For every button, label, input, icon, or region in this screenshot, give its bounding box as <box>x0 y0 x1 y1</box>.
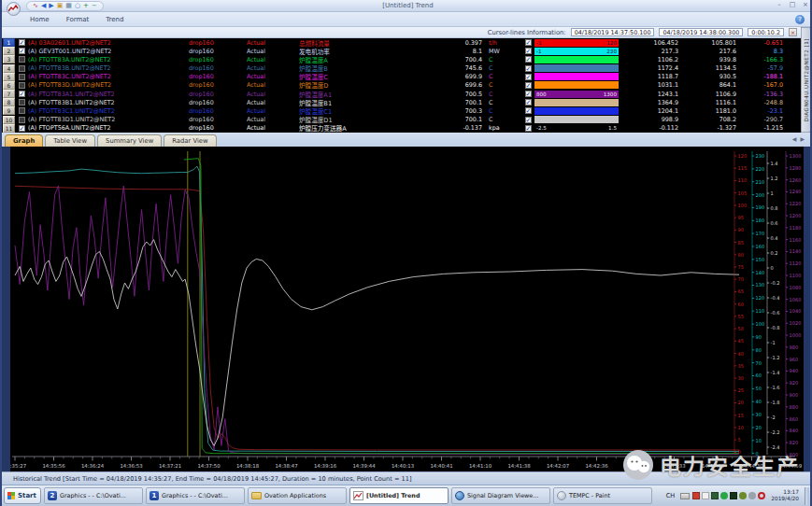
grid-icon[interactable]: ▦ <box>65 3 72 9</box>
signal-row[interactable]: 11✓(A) FTOPT56A.UNIT2@NET2drop160Actual炉… <box>3 124 801 133</box>
plot-checkbox[interactable]: ✓ <box>521 125 534 132</box>
tab-radar-view[interactable]: Radar View <box>164 134 216 147</box>
sparkline-icon[interactable]: ~ <box>92 3 97 9</box>
cursor-close-icon[interactable]: × <box>789 28 797 36</box>
plot-checkbox[interactable]: ✓ <box>521 117 534 123</box>
checkbox-icon[interactable] <box>19 117 25 123</box>
scale-bar[interactable] <box>534 107 619 115</box>
plot-checkbox[interactable]: ✓ <box>521 56 534 63</box>
row-checkbox[interactable] <box>15 99 28 105</box>
menu-trend[interactable]: Trend <box>106 16 123 23</box>
row-checkbox[interactable] <box>15 107 28 114</box>
add-icon[interactable]: + <box>83 3 89 9</box>
taskbar-button[interactable]: 1Graphics - - C:\Ovati... <box>146 487 245 504</box>
checkbox-icon[interactable]: ✓ <box>19 48 25 54</box>
scale-bar[interactable] <box>534 73 619 80</box>
scale-bar[interactable] <box>534 116 619 123</box>
row-checkbox[interactable] <box>15 74 28 80</box>
taskbar-button[interactable]: 2Graphics - - C:\Ovati... <box>44 487 143 504</box>
row-number[interactable]: 2 <box>3 47 15 55</box>
scale-bar[interactable]: -1120 <box>534 39 619 47</box>
row-checkbox[interactable] <box>15 82 28 89</box>
row-number[interactable]: 4 <box>3 64 15 73</box>
tab-summary-view[interactable]: Summary View <box>97 134 162 147</box>
trend-chart-icon[interactable]: ∿ <box>33 3 38 9</box>
row-number[interactable]: 8 <box>3 98 15 106</box>
row-checkbox[interactable] <box>15 117 28 123</box>
tray-icon-black-green[interactable] <box>730 492 737 499</box>
plot-checkbox[interactable]: ✓ <box>521 48 534 54</box>
zoom-icon[interactable]: ○ <box>75 3 80 9</box>
taskbar-button[interactable]: [Untitled] Trend <box>349 487 449 504</box>
minimize-button[interactable]: – <box>775 1 784 8</box>
checkbox-icon[interactable]: ✓ <box>525 74 532 80</box>
checkbox-icon[interactable]: ✓ <box>525 82 532 89</box>
plot-checkbox[interactable]: ✓ <box>521 82 534 89</box>
plot-checkbox[interactable]: ✓ <box>521 91 534 97</box>
title-bar[interactable]: [Untitled] Trend – □ × <box>2 0 812 12</box>
plot-checkbox[interactable]: ✓ <box>521 65 534 72</box>
checkbox-icon[interactable] <box>19 65 25 72</box>
checkbox-icon[interactable]: ✓ <box>525 99 532 105</box>
checkbox-icon[interactable]: ✓ <box>525 125 532 132</box>
tab-scroll-right-icon[interactable]: ▶ <box>800 135 805 142</box>
scale-bar[interactable]: -2.51.5 <box>534 124 619 132</box>
taskbar-clock[interactable]: 13:17 2019/4/20 <box>768 489 802 501</box>
window-icon[interactable]: ▣ <box>57 3 64 9</box>
docked-panel-tab[interactable]: DIAGN04U.UNIT2@NET2 [1] <box>801 27 812 133</box>
trend-chart[interactable]: 14:35:2714:35:5614:36:2414:36:5314:37:21… <box>10 147 804 471</box>
row-checkbox[interactable] <box>15 65 28 72</box>
forward-arrow-icon[interactable]: ▶ <box>49 3 53 9</box>
taskbar-button[interactable]: Ovation Applications <box>248 487 347 504</box>
scale-bar[interactable] <box>534 99 619 106</box>
row-number[interactable]: 1 <box>3 38 15 47</box>
checkbox-icon[interactable] <box>19 74 25 80</box>
checkbox-icon[interactable]: ✓ <box>525 56 532 63</box>
tab-scroll-left-icon[interactable]: ◀ <box>792 135 797 142</box>
menu-home[interactable]: Home <box>30 16 50 23</box>
checkbox-icon[interactable]: ✓ <box>19 91 25 97</box>
row-checkbox[interactable]: ✓ <box>15 125 28 132</box>
printer-icon[interactable] <box>680 493 690 499</box>
menu-format[interactable]: Format <box>66 16 90 23</box>
row-number[interactable]: 10 <box>3 116 15 124</box>
plot-checkbox[interactable]: ✓ <box>521 107 534 114</box>
cursor-time-1-field[interactable]: 04/18/2019 14:37:50.100 <box>571 28 655 36</box>
plot-checkbox[interactable]: ✓ <box>521 74 534 80</box>
trend-plot[interactable]: 14:35:2714:35:5614:36:2414:36:5314:37:21… <box>10 147 804 471</box>
row-number[interactable]: 11 <box>3 124 15 133</box>
help-icon[interactable]: ? <box>795 15 805 24</box>
checkbox-icon[interactable]: ✓ <box>19 125 25 132</box>
back-arrow-icon[interactable]: ◀ <box>41 3 46 9</box>
app-logo-icon[interactable] <box>7 2 21 16</box>
checkbox-icon[interactable]: ✓ <box>525 39 532 46</box>
row-checkbox[interactable]: ✓ <box>15 91 28 97</box>
checkbox-icon[interactable]: ✓ <box>525 117 532 123</box>
cursor-time-2-field[interactable]: 04/18/2019 14:38:00.300 <box>659 28 743 36</box>
row-number[interactable]: 6 <box>3 81 15 90</box>
plot-checkbox[interactable]: ✓ <box>521 99 534 105</box>
tray-icon-red-square[interactable] <box>692 492 700 499</box>
tray-icon-olive-dot[interactable] <box>739 492 747 499</box>
scale-bar[interactable]: 8001300 <box>534 91 619 98</box>
row-checkbox[interactable] <box>15 56 28 63</box>
tab-table-view[interactable]: Table View <box>45 134 95 147</box>
checkbox-icon[interactable]: ✓ <box>525 65 532 72</box>
row-number[interactable]: 9 <box>3 106 15 115</box>
row-number[interactable]: 5 <box>3 73 15 81</box>
scale-bar[interactable]: -1230 <box>534 48 619 55</box>
checkbox-icon[interactable]: ✓ <box>19 39 25 46</box>
row-checkbox[interactable]: ✓ <box>15 48 28 54</box>
tray-icon-red-ring[interactable] <box>758 492 765 499</box>
scale-bar[interactable] <box>534 64 619 72</box>
close-button[interactable]: × <box>801 1 810 8</box>
tray-icon-white-flag[interactable] <box>702 492 709 499</box>
checkbox-icon[interactable] <box>19 56 25 63</box>
checkbox-icon[interactable]: ✓ <box>525 91 532 97</box>
scale-bar[interactable] <box>534 56 619 63</box>
row-number[interactable]: 7 <box>3 90 15 98</box>
checkbox-icon[interactable] <box>19 107 25 114</box>
row-number[interactable]: 3 <box>3 55 15 63</box>
plot-checkbox[interactable]: ✓ <box>521 39 534 46</box>
show-desktop-button[interactable] <box>805 487 809 505</box>
